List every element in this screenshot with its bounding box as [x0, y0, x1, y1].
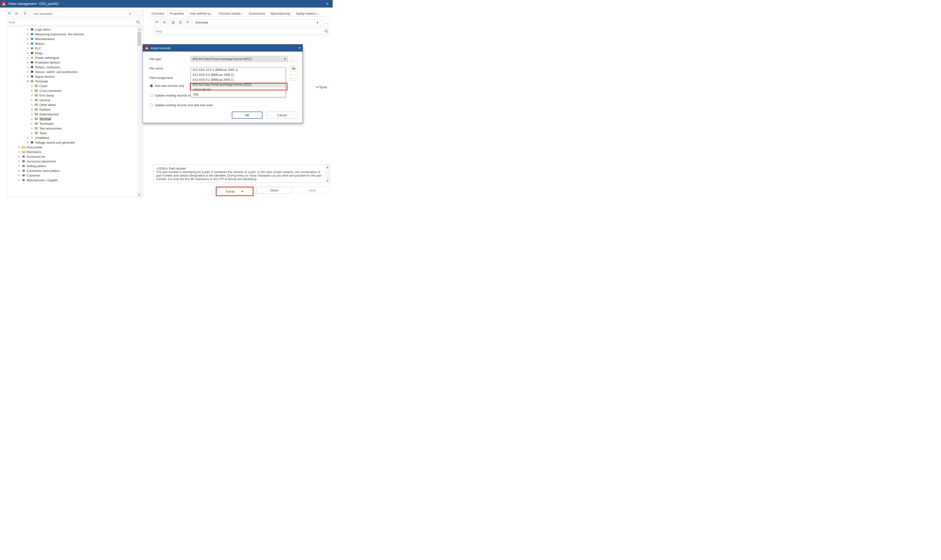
- tab[interactable]: Overview: [149, 10, 167, 17]
- scroll-thumb[interactable]: [137, 32, 141, 46]
- tab[interactable]: Accessories: [246, 10, 268, 17]
- close-button[interactable]: Close: [256, 187, 292, 194]
- tree-item[interactable]: Tools: [30, 131, 141, 135]
- tree-item[interactable]: Test accessories: [30, 126, 141, 131]
- dropdown-option[interactable]: XML: [191, 92, 285, 97]
- tree-item[interactable]: Terminator: [30, 121, 141, 126]
- search-icon[interactable]: [136, 20, 140, 25]
- overview-dropdown[interactable]: Overview ▾: [193, 19, 321, 26]
- expand-icon[interactable]: [26, 47, 29, 50]
- apply-button[interactable]: Apply: [295, 187, 330, 194]
- dropdown-option[interactable]: ECLASS 10.0.1 (BMEcat 2005.1): [191, 67, 285, 72]
- tree-item[interactable]: Sensor, switch, and pushbutton: [26, 69, 141, 74]
- tree-item[interactable]: Plugs: [26, 51, 141, 55]
- list-view-icon[interactable]: [161, 19, 168, 26]
- filter-button[interactable]: [22, 10, 28, 17]
- users-icon[interactable]: [184, 19, 191, 26]
- file-type-combo[interactable]: EPLAN Data Portal exchange format (EDZ) …: [191, 56, 288, 62]
- expand-icon[interactable]: [26, 61, 29, 64]
- expand-icon[interactable]: [26, 33, 29, 35]
- scroll-down-icon[interactable]: ▾: [325, 178, 330, 183]
- tree-item[interactable]: Manufacturer / supplier: [18, 178, 141, 182]
- expand-icon[interactable]: [18, 151, 20, 153]
- copy-icon[interactable]: [170, 19, 177, 26]
- tree-item[interactable]: Logic items: [26, 27, 141, 32]
- expand-icon[interactable]: [30, 89, 33, 92]
- file-type-dropdown-list[interactable]: ECLASS 10.0.1 (BMEcat 2005.1)ECLASS 9.0 …: [191, 67, 286, 97]
- expand-icon[interactable]: [18, 174, 20, 177]
- tree-item[interactable]: General: [30, 98, 141, 102]
- tree-item[interactable]: Drilling pattern: [18, 164, 141, 168]
- tree-item[interactable]: Customer: [18, 173, 141, 178]
- expand-icon[interactable]: [30, 98, 33, 102]
- field-assignment-more-button[interactable]: …: [290, 75, 297, 81]
- cancel-button[interactable]: Cancel: [267, 112, 297, 118]
- tree-item[interactable]: Measuring instruments, test devices: [26, 32, 141, 37]
- tree-item[interactable]: Signal devices: [26, 74, 141, 79]
- expand-icon[interactable]: [26, 141, 29, 144]
- tree-item[interactable]: Accessory list: [18, 154, 141, 159]
- expand-icon[interactable]: [30, 85, 33, 87]
- tree-item[interactable]: Accessory placement: [18, 159, 141, 164]
- expand-icon[interactable]: [30, 113, 33, 115]
- tree-item[interactable]: Relays, contactors: [26, 65, 141, 69]
- expand-icon[interactable]: [30, 122, 33, 125]
- ok-button[interactable]: OK: [232, 112, 262, 118]
- view-mode-toggle[interactable]: [6, 10, 20, 17]
- dropdown-option[interactable]: EPLAN Data Portal exchange format (EDZ): [191, 82, 285, 87]
- expand-icon[interactable]: [26, 136, 29, 139]
- scroll-down-icon[interactable]: ▾: [137, 192, 141, 197]
- expand-icon[interactable]: [26, 52, 29, 54]
- expand-icon[interactable]: [26, 80, 29, 83]
- window-close-button[interactable]: ×: [324, 2, 331, 6]
- tree-scrollbar[interactable]: ▴ ▾: [137, 27, 141, 197]
- extras-button[interactable]: Extras ▾: [217, 188, 252, 195]
- expand-icon[interactable]: [30, 132, 33, 134]
- dropdown-option[interactable]: ECLASS 9.1 (BMEcat 2005.1): [191, 77, 285, 82]
- radio-update-add-input[interactable]: [150, 103, 153, 107]
- search-icon[interactable]: [324, 29, 328, 34]
- expand-icon[interactable]: [18, 165, 20, 168]
- paste-icon[interactable]: [177, 19, 184, 26]
- tab[interactable]: User-defined pr...: [187, 10, 216, 17]
- tree-item[interactable]: Other labels: [30, 102, 141, 107]
- expand-icon[interactable]: [30, 117, 33, 120]
- expand-icon[interactable]: [26, 56, 29, 59]
- filter-more-button[interactable]: …: [135, 10, 142, 17]
- tab[interactable]: Safety-related v...: [293, 10, 322, 17]
- tree-item[interactable]: End clamp: [30, 93, 141, 98]
- tree-item[interactable]: Mechanics: [18, 149, 141, 154]
- expand-icon[interactable]: [30, 103, 33, 106]
- tab[interactable]: Manufacturing: [268, 10, 293, 17]
- expand-icon[interactable]: [18, 178, 20, 182]
- filter-dropdown[interactable]: - Not activated - ▾: [30, 10, 133, 17]
- tree-item[interactable]: Cover: [30, 83, 141, 88]
- expand-icon[interactable]: [30, 127, 33, 130]
- tab[interactable]: Function templa...: [216, 10, 245, 17]
- file-type-more-button[interactable]: …: [290, 56, 297, 62]
- expand-icon[interactable]: [18, 155, 20, 158]
- expand-icon[interactable]: [26, 75, 29, 78]
- expand-icon[interactable]: [26, 66, 29, 69]
- expand-icon[interactable]: [30, 94, 33, 97]
- tree-item[interactable]: Power switchgear: [26, 55, 141, 60]
- right-find-input[interactable]: [156, 30, 324, 33]
- tree-item[interactable]: Cross-connector: [30, 88, 141, 93]
- tree-item[interactable]: Motors: [26, 41, 141, 46]
- expand-icon[interactable]: [18, 160, 20, 163]
- expand-icon[interactable]: [30, 108, 33, 111]
- tree-item[interactable]: Protection devices: [26, 60, 141, 65]
- scroll-up-icon[interactable]: ▴: [137, 27, 141, 31]
- tree-item[interactable]: Miscellaneous: [26, 37, 141, 41]
- tree-item[interactable]: PLC: [26, 46, 141, 51]
- expand-icon[interactable]: [18, 146, 20, 149]
- info-scrollbar[interactable]: ▴ ▾: [325, 165, 330, 183]
- radio-update-only-input[interactable]: [150, 94, 153, 97]
- expand-icon[interactable]: [26, 37, 29, 40]
- dialog-close-button[interactable]: ×: [299, 46, 301, 50]
- file-browse-button[interactable]: [290, 65, 297, 71]
- tree-item[interactable]: Switching lock: [30, 112, 141, 117]
- radio-add-new-input[interactable]: [150, 84, 153, 87]
- tree-item[interactable]: Connection point pattern: [18, 168, 141, 173]
- dropdown-option[interactable]: VDMA 66413: [191, 87, 285, 92]
